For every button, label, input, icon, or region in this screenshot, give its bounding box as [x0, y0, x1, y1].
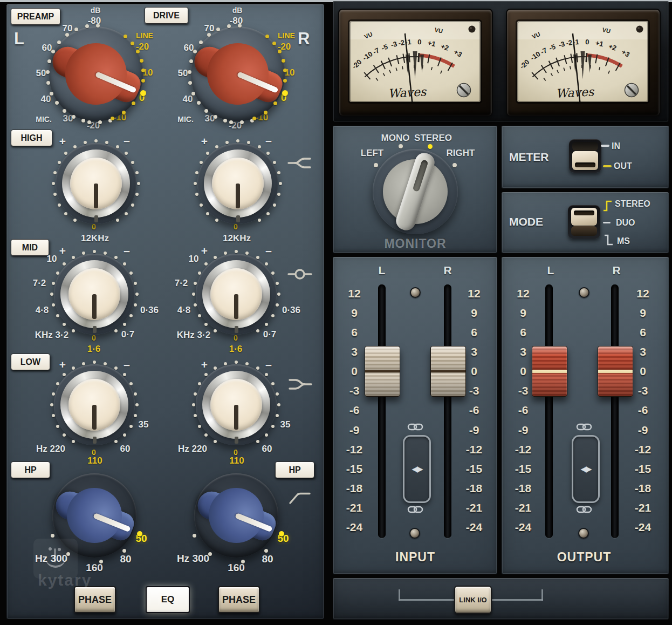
- meter-option-in[interactable]: IN: [612, 141, 620, 151]
- hp-section-button-right[interactable]: HP: [275, 461, 314, 478]
- tick-dot: [50, 403, 53, 406]
- input-fader-cap-left[interactable]: [365, 346, 400, 397]
- output-right-label: R: [609, 264, 624, 277]
- tick-dot: [122, 111, 126, 114]
- vu-tick-label: +1: [595, 39, 604, 49]
- fader-scale-value: -6: [342, 404, 367, 416]
- fader-scale-value: -15: [511, 463, 536, 475]
- bell-eq-icon: [287, 266, 312, 283]
- monitor-knob[interactable]: [373, 149, 458, 234]
- vu-led: [469, 26, 476, 33]
- vu-tick-label: -2: [565, 38, 573, 47]
- input-fader-track-left[interactable]: [378, 284, 386, 538]
- drive-label: DRIVE: [153, 11, 180, 21]
- tick-dot: [279, 182, 282, 185]
- preamp-gain-knob-left[interactable]: [49, 26, 143, 121]
- scale-label-selected: 110: [225, 456, 249, 466]
- meter-out-tick: [603, 165, 612, 167]
- hp-section-button-left[interactable]: HP: [11, 461, 50, 478]
- input-trim-balance-control[interactable]: ◀▶: [403, 435, 431, 503]
- mid-section-button[interactable]: MID: [11, 239, 49, 256]
- low-gain-knob-right[interactable]: [196, 364, 277, 445]
- vu-meter-right: -20-10-7-5-3-2-10+1+2+3VUVUWaves: [506, 9, 661, 117]
- mid-gain-knob-right[interactable]: [196, 254, 277, 335]
- link-io-button[interactable]: LINK I/O: [454, 586, 492, 614]
- output-fader-track-left[interactable]: [545, 284, 553, 538]
- fader-scale-value: -3: [342, 385, 367, 397]
- output-fader-cap-left[interactable]: [532, 346, 567, 397]
- tick-dot: [277, 171, 280, 174]
- mid-gain-knob-left[interactable]: [54, 254, 135, 335]
- high-section-button[interactable]: HIGH: [11, 130, 52, 146]
- tick-dot: [265, 35, 269, 38]
- fader-scale-value: -15: [342, 463, 367, 475]
- meter-option-out-selected[interactable]: OUT: [614, 161, 632, 171]
- high-gain-knob-left[interactable]: [56, 143, 136, 224]
- low-gain-knob-left[interactable]: [54, 364, 135, 445]
- tick-dot: [93, 361, 96, 364]
- drive-button[interactable]: DRIVE: [145, 7, 188, 24]
- mode-option-ms[interactable]: MS: [617, 236, 630, 246]
- tick-dot: [198, 271, 201, 275]
- input-fader-track-right[interactable]: [444, 284, 451, 538]
- preamp-gain-knob-right[interactable]: [190, 26, 285, 121]
- eq-bypass-button[interactable]: EQ: [146, 586, 190, 613]
- tick-dot: [135, 293, 139, 296]
- fader-scale-value: 6: [630, 327, 655, 338]
- tick-dot: [214, 366, 217, 370]
- mode-stereo-bracket-icon: [602, 199, 613, 213]
- link-bracket-stub: [541, 589, 543, 601]
- output-fader-track-right[interactable]: [611, 284, 619, 538]
- scale-label: 35: [277, 420, 294, 430]
- tick-dot: [265, 323, 268, 326]
- output-led: [579, 287, 589, 298]
- tick-dot: [134, 392, 137, 396]
- output-trim-balance-control[interactable]: ◀▶: [572, 435, 600, 503]
- mode-switch[interactable]: [568, 205, 600, 239]
- low-section-button[interactable]: LOW: [11, 354, 50, 370]
- scale-label: 12KHz: [221, 234, 253, 244]
- scale-label: LINE: [134, 32, 155, 40]
- input-scale-left: 129630-3-6-9-12-15-18-21-24: [342, 288, 367, 533]
- tick-dot: [47, 59, 51, 63]
- input-fader-cap-right[interactable]: [430, 346, 466, 397]
- monitor-option-left[interactable]: LEFT: [355, 148, 389, 159]
- tick-dot: [129, 271, 133, 275]
- left-right-arrows-icon: ◀▶: [412, 464, 422, 474]
- phase-button-right[interactable]: PHASE: [218, 586, 260, 613]
- fader-scale-value: -18: [511, 483, 536, 494]
- tick-dot: [225, 141, 229, 144]
- scale-label: −: [262, 245, 275, 257]
- link-chain-icon[interactable]: [576, 423, 592, 431]
- phase-button-left[interactable]: PHASE: [74, 586, 116, 613]
- output-fader-cap-right[interactable]: [598, 346, 633, 397]
- tick-dot: [53, 171, 57, 174]
- link-chain-icon[interactable]: [407, 423, 423, 431]
- tick-dot: [258, 145, 261, 148]
- tick-dot: [204, 109, 208, 113]
- fader-scale-value: -21: [342, 502, 367, 514]
- fader-scale-value: 12: [342, 288, 367, 300]
- mode-option-duo[interactable]: DUO: [616, 218, 635, 228]
- high-gain-knob-right[interactable]: [197, 143, 278, 224]
- monitor-option-right[interactable]: RIGHT: [443, 148, 478, 159]
- preamp-section-button[interactable]: PREAMP: [11, 8, 60, 25]
- monitor-option-stereo-selected[interactable]: STEREO: [414, 133, 452, 144]
- link-chain-icon[interactable]: [407, 505, 423, 514]
- tick-dot: [256, 256, 259, 259]
- eq-label: EQ: [161, 594, 175, 605]
- monitor-option-mono[interactable]: MONO: [379, 133, 412, 144]
- tick-dot: [194, 182, 197, 185]
- fader-scale-value: -24: [630, 521, 655, 533]
- meter-in-out-switch[interactable]: [569, 139, 601, 173]
- tick-dot: [123, 262, 126, 266]
- hp-freq-knob-right[interactable]: [194, 473, 278, 558]
- vu-meter-svg: -20-10-7-5-3-2-10+1+2+3VUVUWaves: [349, 21, 481, 102]
- tick-dot: [271, 314, 275, 317]
- fader-scale-value: -21: [511, 502, 536, 514]
- mode-option-stereo-selected[interactable]: STEREO: [615, 199, 650, 209]
- fader-scale-value: -21: [630, 502, 655, 514]
- tick-dot: [114, 329, 118, 332]
- tick-dot: [194, 392, 197, 396]
- link-chain-icon[interactable]: [576, 505, 592, 514]
